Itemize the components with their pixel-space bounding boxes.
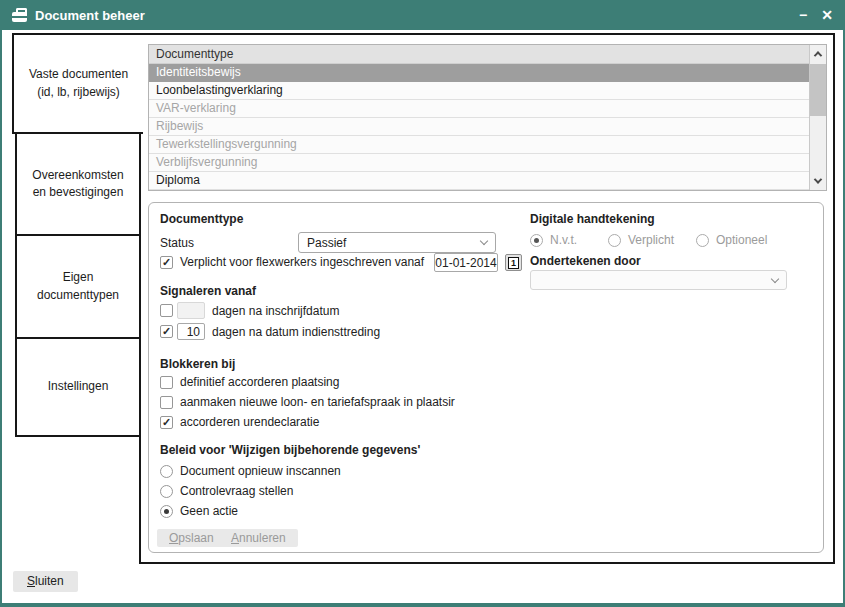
beleid-heading: Beleid voor 'Wijzigen bijbehorende gegev… [160,443,420,457]
minimize-button[interactable]: − [799,0,807,30]
list-scrollbar[interactable] [809,45,826,190]
signaleren-inschrijf-input[interactable] [177,302,205,319]
title-bar: Document beheer − ✕ [0,0,845,30]
flexwerkers-label: Verplicht voor flexwerkers ingeschreven … [180,255,424,269]
tab-instellingen[interactable]: Instellingen [15,337,139,437]
document-beheer-window: Document beheer − ✕ Vaste documenten (id… [0,0,845,607]
signaleren-indienst-checkbox[interactable] [160,325,173,338]
list-item[interactable]: Rijbewijs [149,118,809,136]
ondertekenen-heading: Ondertekenen door [530,254,641,268]
status-label: Status [160,236,194,250]
close-icon[interactable]: ✕ [821,0,833,30]
tab-label: documenttypen [37,287,119,304]
beleid-controlevraag-label: Controlevraag stellen [180,484,293,498]
blokkeren-heading: Blokkeren bij [160,357,235,371]
handtekening-verplicht-radio[interactable] [608,234,621,247]
list-item[interactable]: Loonbelastingverklaring [149,82,809,100]
tab-label: (id, lb, rijbewijs) [37,84,120,101]
list-item[interactable]: Verblijfsvergunning [149,154,809,172]
handtekening-nvt-label: N.v.t. [550,233,577,247]
handtekening-nvt-radio[interactable] [530,234,543,247]
list-column-header: Documenttype [149,45,809,64]
blokkeren-urendeclaratie-label: accorderen urendeclaratie [180,415,319,429]
signaleren-indienst-label: dagen na datum indiensttreding [212,325,380,339]
list-item[interactable]: Tewerkstellingsvergunning [149,136,809,154]
scrollbar-thumb[interactable] [810,64,826,116]
tab-label: Instellingen [48,378,109,395]
blokkeren-tariefafspraak-checkbox[interactable] [160,396,173,409]
documenttype-list: Documenttype Identiteitsbewijs Loonbelas… [148,44,827,191]
scroll-down-icon[interactable] [810,173,826,189]
briefcase-icon [12,12,27,22]
calendar-button[interactable]: 1 [505,254,522,271]
tab-label: Vaste documenten [29,66,128,83]
beleid-geen-actie-radio[interactable] [160,505,173,518]
documenttype-heading: Documenttype [160,212,243,226]
list-item[interactable]: Identiteitsbewijs [149,64,809,82]
beleid-geen-actie-label: Geen actie [180,504,238,518]
handtekening-optioneel-label: Optioneel [716,233,767,247]
tab-eigen-documenttypen[interactable]: Eigen documenttypen [15,234,139,339]
blokkeren-urendeclaratie-checkbox[interactable] [160,416,173,429]
status-select[interactable]: Passief [298,232,496,253]
chevron-down-icon [480,237,488,245]
blokkeren-plaatsing-checkbox[interactable] [160,376,173,389]
window-title: Document beheer [35,8,145,23]
tab-label: Eigen [63,269,94,286]
status-value: Passief [307,236,346,250]
beleid-controlevraag-radio[interactable] [160,485,173,498]
signaleren-inschrijf-label: dagen na inschrijfdatum [212,304,339,318]
cancel-button[interactable]: Annuleren [219,529,298,547]
documenttype-form: Documenttype Status Passief Verplicht vo… [148,202,824,553]
chevron-down-icon [771,275,779,283]
date-input[interactable] [434,253,498,272]
save-button[interactable]: Opslaan [157,529,226,547]
handtekening-verplicht-label: Verplicht [628,233,674,247]
scroll-up-icon[interactable] [810,46,826,62]
tab-label: Overeenkomsten [32,167,123,184]
signaleren-heading: Signaleren vanaf [160,284,256,298]
blokkeren-plaatsing-label: definitief accorderen plaatsing [180,375,339,389]
handtekening-heading: Digitale handtekening [530,212,655,226]
close-window-button[interactable]: Sluiten [13,571,78,592]
tab-overeenkomsten[interactable]: Overeenkomsten en bevestigingen [15,132,139,236]
beleid-inscannen-radio[interactable] [160,465,173,478]
blokkeren-tariefafspraak-label: aanmaken nieuwe loon- en tariefafspraak … [180,395,455,409]
flexwerkers-checkbox[interactable] [160,256,173,269]
signaleren-indienst-input[interactable] [177,323,205,340]
list-item[interactable]: Diploma [149,172,809,190]
beleid-inscannen-label: Document opnieuw inscannen [180,464,341,478]
ondertekenen-select[interactable] [530,270,787,290]
tab-label: en bevestigingen [33,184,124,201]
signaleren-inschrijf-checkbox[interactable] [160,304,173,317]
handtekening-optioneel-radio[interactable] [696,234,709,247]
list-item[interactable]: VAR-verklaring [149,100,809,118]
tab-vaste-documenten[interactable]: Vaste documenten (id, lb, rijbewijs) [12,33,143,134]
calendar-icon: 1 [508,257,519,269]
